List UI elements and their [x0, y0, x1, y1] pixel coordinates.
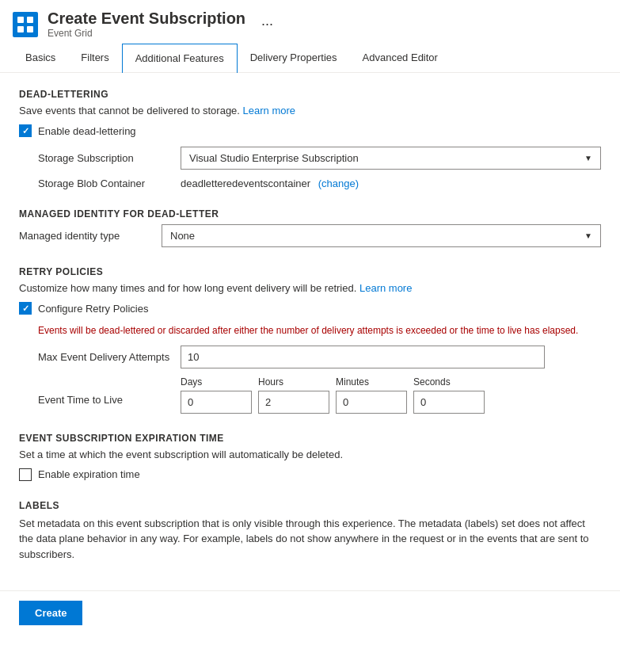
enable-expiration-label: Enable expiration time [38, 468, 140, 480]
seconds-label: Seconds [413, 376, 485, 388]
tab-bar: Basics Filters Additional Features Deliv… [0, 44, 620, 73]
storage-subscription-chevron-icon: ▼ [584, 154, 592, 162]
managed-identity-section: MANAGED IDENTITY FOR DEAD-LETTER Managed… [19, 208, 601, 247]
event-time-row: Event Time to Live Days Hours Minutes Se… [19, 376, 601, 414]
enable-expiration-row: Enable expiration time [19, 468, 601, 481]
more-options-button[interactable]: ··· [261, 16, 273, 32]
seconds-field-group: Seconds [413, 376, 485, 414]
seconds-input[interactable] [413, 391, 485, 414]
configure-retry-label: Configure Retry Policies [38, 303, 148, 315]
configure-retry-checkbox[interactable] [19, 302, 32, 315]
days-field-group: Days [181, 376, 252, 414]
storage-blob-value: deadletteredeventscontainer [181, 178, 310, 189]
time-fields: Days Hours Minutes Seconds [181, 376, 485, 414]
svg-rect-0 [13, 12, 38, 37]
retry-policies-desc: Customize how many times and for how lon… [19, 282, 601, 294]
days-label: Days [181, 376, 252, 388]
storage-blob-change-link[interactable]: (change) [318, 178, 359, 189]
enable-dead-lettering-checkbox[interactable] [19, 124, 32, 137]
retry-policies-title: RETRY POLICIES [19, 266, 601, 277]
max-delivery-row: Max Event Delivery Attempts [19, 346, 601, 368]
tab-advanced-editor[interactable]: Advanced Editor [350, 44, 451, 73]
storage-subscription-field: Visual Studio Enterprise Subscription ▼ [181, 147, 601, 170]
managed-identity-type-chevron-icon: ▼ [584, 231, 592, 240]
labels-title: LABELS [19, 500, 601, 511]
expiration-section: EVENT SUBSCRIPTION EXPIRATION TIME Set a… [19, 433, 601, 481]
enable-expiration-checkbox[interactable] [19, 468, 32, 481]
enable-dead-lettering-row: Enable dead-lettering [19, 124, 601, 137]
expiration-title: EVENT SUBSCRIPTION EXPIRATION TIME [19, 433, 601, 444]
retry-policies-section: RETRY POLICIES Customize how many times … [19, 266, 601, 414]
days-input[interactable] [181, 391, 252, 414]
tab-additional-features[interactable]: Additional Features [122, 44, 238, 73]
retry-error-text: Events will be dead-lettered or discarde… [38, 324, 601, 338]
labels-desc: Set metadata on this event subscription … [19, 516, 601, 563]
dead-lettering-learn-more[interactable]: Learn more [243, 105, 295, 116]
managed-identity-type-select[interactable]: None ▼ [162, 224, 601, 247]
storage-subscription-label: Storage Subscription [38, 152, 181, 164]
tab-filters[interactable]: Filters [68, 44, 121, 73]
svg-rect-1 [17, 17, 24, 23]
managed-identity-type-label: Managed identity type [19, 230, 162, 242]
event-time-label: Event Time to Live [38, 376, 181, 406]
storage-blob-value-container: deadletteredeventscontainer (change) [181, 178, 601, 189]
storage-subscription-select[interactable]: Visual Studio Enterprise Subscription ▼ [181, 147, 601, 170]
storage-blob-label: Storage Blob Container [38, 178, 181, 189]
minutes-field-group: Minutes [336, 376, 407, 414]
dead-lettering-title: DEAD-LETTERING [19, 89, 601, 100]
storage-subscription-row: Storage Subscription Visual Studio Enter… [19, 147, 601, 170]
managed-identity-type-field: None ▼ [162, 224, 601, 247]
storage-subscription-value: Visual Studio Enterprise Subscription [189, 152, 359, 164]
svg-rect-3 [17, 26, 24, 32]
header-title-block: Create Event Subscription Event Grid [48, 10, 245, 39]
page-subtitle: Event Grid [48, 28, 245, 39]
main-content: DEAD-LETTERING Save events that cannot b… [0, 73, 620, 590]
max-delivery-label: Max Event Delivery Attempts [38, 351, 181, 363]
labels-section: LABELS Set metadata on this event subscr… [19, 500, 601, 563]
retry-policies-learn-more[interactable]: Learn more [359, 282, 412, 294]
managed-identity-title: MANAGED IDENTITY FOR DEAD-LETTER [19, 208, 601, 220]
page-title: Create Event Subscription [48, 10, 245, 28]
tab-delivery-properties[interactable]: Delivery Properties [238, 44, 350, 73]
managed-identity-type-row: Managed identity type None ▼ [19, 224, 601, 247]
dead-lettering-section: DEAD-LETTERING Save events that cannot b… [19, 89, 601, 189]
event-grid-icon [13, 12, 38, 37]
svg-rect-4 [27, 26, 33, 32]
page-header: Create Event Subscription Event Grid ··· [0, 0, 620, 44]
hours-field-group: Hours [258, 376, 329, 414]
storage-blob-row: Storage Blob Container deadletteredevent… [19, 178, 601, 189]
svg-rect-2 [27, 17, 33, 23]
max-delivery-input[interactable] [181, 346, 545, 368]
hours-label: Hours [258, 376, 329, 388]
configure-retry-row: Configure Retry Policies [19, 302, 601, 315]
expiration-desc: Set a time at which the event subscripti… [19, 449, 601, 460]
create-button[interactable]: Create [19, 601, 82, 625]
tab-basics[interactable]: Basics [13, 44, 68, 73]
enable-dead-lettering-label: Enable dead-lettering [38, 125, 136, 137]
page-footer: Create [0, 590, 620, 635]
minutes-label: Minutes [336, 376, 407, 388]
dead-lettering-desc: Save events that cannot be delivered to … [19, 105, 601, 116]
hours-input[interactable] [258, 391, 329, 414]
managed-identity-type-value: None [170, 230, 195, 242]
minutes-input[interactable] [336, 391, 407, 414]
